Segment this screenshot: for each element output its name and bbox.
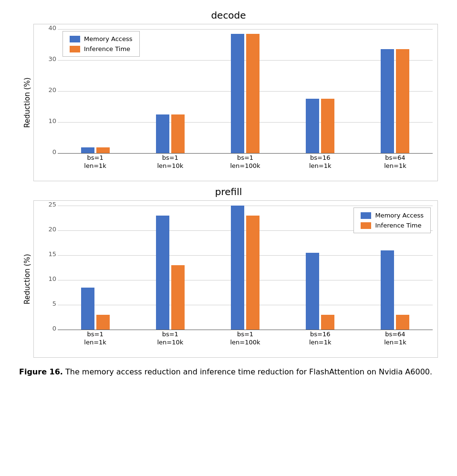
bar-memory-access-prefill-1 <box>156 216 169 330</box>
bar-memory-access-prefill-3 <box>306 253 319 330</box>
y-tick-prefill-25: 25 <box>36 201 56 208</box>
legend-swatch-inference-time-decode <box>70 46 80 52</box>
y-tick-prefill-10: 10 <box>36 275 56 282</box>
bar-memory-access-prefill-4 <box>381 250 394 330</box>
y-axis-label-prefill: Reduction (%) <box>19 200 33 358</box>
y-tick-decode-20: 20 <box>36 86 56 93</box>
bar-group-decode-2 <box>208 34 282 153</box>
bar-memory-access-decode-3 <box>306 99 319 153</box>
y-tick-decode-10: 10 <box>36 117 56 124</box>
y-axis-label-decode: Reduction (%) <box>19 24 33 181</box>
charts-container: decodeReduction (%)010203040bs=1len=1kbs… <box>19 10 438 358</box>
bar-inference-time-decode-4 <box>396 49 409 153</box>
bar-group-decode-1 <box>133 114 208 153</box>
x-label-decode-3: bs=16len=1k <box>283 154 358 170</box>
x-label-prefill-0: bs=1len=1k <box>58 331 133 347</box>
bar-inference-time-prefill-0 <box>96 315 110 330</box>
bar-memory-access-decode-2 <box>231 34 244 153</box>
bar-inference-time-prefill-3 <box>321 315 334 330</box>
y-tick-decode-0: 0 <box>36 148 56 155</box>
chart-area-prefill: Reduction (%)0510152025bs=1len=1kbs=1len… <box>19 200 438 358</box>
chart-prefill: prefillReduction (%)0510152025bs=1len=1k… <box>19 186 438 358</box>
x-label-decode-4: bs=64len=1k <box>358 154 433 170</box>
x-label-prefill-3: bs=16len=1k <box>283 331 358 347</box>
bar-group-prefill-3 <box>283 253 358 330</box>
x-label-prefill-4: bs=64len=1k <box>358 331 433 347</box>
bar-memory-access-decode-1 <box>156 114 169 153</box>
chart-title-prefill: prefill <box>19 186 438 197</box>
bar-inference-time-decode-2 <box>246 34 260 153</box>
x-label-prefill-2: bs=1len=100k <box>208 331 282 347</box>
y-tick-prefill-15: 15 <box>36 250 56 258</box>
bar-inference-time-prefill-1 <box>171 265 185 330</box>
legend-label-memory-access-decode: Memory Access <box>84 35 133 42</box>
bar-group-decode-0 <box>58 147 133 153</box>
chart-decode: decodeReduction (%)010203040bs=1len=1kbs… <box>19 10 438 181</box>
x-label-prefill-1: bs=1len=10k <box>133 331 208 347</box>
bar-inference-time-prefill-2 <box>246 216 260 330</box>
caption-label: Figure 16. <box>19 367 63 376</box>
legend-item-memory-access-decode: Memory Access <box>70 35 133 42</box>
bar-group-prefill-2 <box>208 206 282 330</box>
chart-area-decode: Reduction (%)010203040bs=1len=1kbs=1len=… <box>19 24 438 181</box>
y-tick-prefill-5: 5 <box>36 300 56 307</box>
bar-group-prefill-4 <box>358 250 433 330</box>
x-label-decode-0: bs=1len=1k <box>58 154 133 170</box>
bar-group-prefill-0 <box>58 288 133 330</box>
x-label-decode-1: bs=1len=10k <box>133 154 208 170</box>
legend-item-memory-access-prefill: Memory Access <box>361 212 424 219</box>
caption-text: The memory access reduction and inferenc… <box>63 367 432 376</box>
y-tick-prefill-0: 0 <box>36 325 56 332</box>
bar-memory-access-decode-0 <box>81 147 94 153</box>
x-label-decode-2: bs=1len=100k <box>208 154 282 170</box>
legend-swatch-memory-access-prefill <box>361 212 371 219</box>
bar-inference-time-decode-1 <box>171 114 185 153</box>
legend-item-inference-time-prefill: Inference Time <box>361 222 424 229</box>
bar-group-decode-4 <box>358 49 433 153</box>
y-tick-prefill-20: 20 <box>36 226 56 233</box>
bar-inference-time-prefill-4 <box>396 315 409 330</box>
bar-group-decode-3 <box>283 99 358 153</box>
bar-inference-time-decode-3 <box>321 99 334 153</box>
chart-inner-prefill: 0510152025bs=1len=1kbs=1len=10kbs=1len=1… <box>33 200 438 358</box>
y-tick-decode-30: 30 <box>36 55 56 62</box>
figure-caption: Figure 16. The memory access reduction a… <box>19 366 438 378</box>
legend-decode: Memory AccessInference Time <box>62 31 140 57</box>
legend-label-inference-time-prefill: Inference Time <box>375 222 421 229</box>
bar-inference-time-decode-0 <box>96 147 110 153</box>
y-tick-decode-40: 40 <box>36 24 56 31</box>
legend-item-inference-time-decode: Inference Time <box>70 45 133 52</box>
bar-memory-access-prefill-2 <box>231 206 244 330</box>
legend-prefill: Memory AccessInference Time <box>353 207 431 233</box>
chart-title-decode: decode <box>19 10 438 21</box>
chart-inner-decode: 010203040bs=1len=1kbs=1len=10kbs=1len=10… <box>33 24 438 181</box>
bar-memory-access-prefill-0 <box>81 288 94 330</box>
bar-group-prefill-1 <box>133 216 208 330</box>
legend-label-inference-time-decode: Inference Time <box>84 45 130 52</box>
legend-label-memory-access-prefill: Memory Access <box>375 212 424 219</box>
legend-swatch-memory-access-decode <box>70 36 80 42</box>
legend-swatch-inference-time-prefill <box>361 222 371 229</box>
bar-memory-access-decode-4 <box>381 49 394 153</box>
